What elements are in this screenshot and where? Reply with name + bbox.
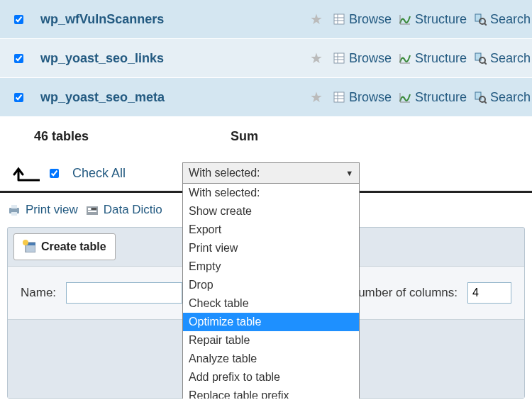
print-view-link[interactable]: Print view (26, 203, 78, 217)
data-dictionary-link[interactable]: Data Dictio (104, 203, 162, 217)
structure-icon (399, 13, 411, 26)
select-option[interactable]: Add prefix to table (183, 368, 359, 387)
new-table-icon (23, 240, 37, 254)
svg-rect-26 (92, 208, 96, 210)
browse-link[interactable]: Browse (333, 12, 392, 27)
arrow-up-icon (10, 165, 40, 182)
table-row: wp_yoast_seo_meta★BrowseStructureSearch (0, 78, 532, 117)
num-columns-label: umber of columns: (358, 286, 458, 300)
table-name-input[interactable] (66, 282, 182, 304)
svg-rect-23 (11, 212, 17, 216)
name-label: Name: (21, 286, 56, 300)
data-dictionary-icon (85, 203, 99, 217)
with-selected-options: With selected:Show createExportPrint vie… (182, 183, 360, 399)
select-option[interactable]: Check table (183, 294, 359, 313)
tables-footer-row: 46 tables Sum (0, 117, 532, 155)
table-row: wp_yoast_seo_links★BrowseStructureSearch (0, 39, 532, 78)
search-link[interactable]: Search (474, 12, 531, 27)
row-checkbox[interactable] (14, 93, 23, 102)
browse-icon (333, 13, 345, 26)
svg-line-13 (484, 62, 487, 65)
svg-rect-14 (334, 92, 344, 102)
with-selected-selectbox[interactable]: With selected: ▼ (182, 162, 360, 184)
row-checkbox[interactable] (14, 54, 23, 63)
favorite-icon[interactable]: ★ (310, 11, 323, 28)
structure-link[interactable]: Structure (399, 12, 467, 27)
search-icon (474, 13, 487, 26)
svg-line-20 (484, 101, 487, 104)
select-option[interactable]: Optimize table (183, 313, 359, 331)
svg-point-30 (23, 240, 28, 245)
structure-link[interactable]: Structure (399, 90, 467, 105)
tables-sum: Sum (231, 129, 258, 144)
select-option[interactable]: Drop (183, 276, 359, 294)
select-option[interactable]: Analyze table (183, 350, 359, 368)
select-option[interactable]: Repair table (183, 331, 359, 350)
browse-link[interactable]: Browse (333, 51, 392, 66)
structure-icon (399, 91, 411, 104)
table-name-link[interactable]: wp_yoast_seo_meta (40, 90, 165, 105)
select-option[interactable]: Replace table prefix (183, 387, 359, 399)
svg-rect-25 (88, 208, 91, 210)
favorite-icon[interactable]: ★ (310, 50, 323, 67)
browse-icon (333, 52, 345, 65)
create-table-label: Create table (41, 240, 106, 253)
table-row: wp_wfVulnScanners★BrowseStructureSearch (0, 0, 532, 39)
svg-rect-7 (334, 53, 344, 63)
search-icon (474, 91, 487, 104)
print-icon (7, 203, 21, 217)
row-checkbox[interactable] (14, 15, 23, 24)
svg-line-6 (484, 23, 487, 26)
favorite-icon[interactable]: ★ (310, 89, 323, 106)
select-option[interactable]: Export (183, 221, 359, 239)
chevron-down-icon: ▼ (345, 169, 353, 177)
num-columns-input[interactable] (467, 282, 511, 304)
checkall-bar: Check All With selected: ▼ With selected… (0, 155, 532, 193)
with-selected-current: With selected: (189, 167, 260, 179)
table-name-link[interactable]: wp_wfVulnScanners (40, 12, 164, 27)
create-table-button[interactable]: Create table (13, 233, 116, 260)
select-option[interactable]: With selected: (183, 184, 359, 202)
search-link[interactable]: Search (474, 90, 531, 105)
svg-rect-27 (88, 211, 96, 212)
tables-list: wp_wfVulnScanners★BrowseStructureSearchw… (0, 0, 532, 117)
search-link[interactable]: Search (474, 51, 531, 66)
select-option[interactable]: Print view (183, 239, 359, 257)
search-icon (474, 52, 487, 65)
checkall-checkbox[interactable] (50, 169, 59, 178)
svg-rect-0 (334, 14, 344, 24)
tables-count: 46 tables (34, 129, 89, 144)
structure-link[interactable]: Structure (399, 51, 467, 66)
checkall-link[interactable]: Check All (72, 166, 126, 181)
svg-rect-22 (11, 205, 17, 208)
select-option[interactable]: Show create (183, 202, 359, 221)
browse-link[interactable]: Browse (333, 90, 392, 105)
table-name-link[interactable]: wp_yoast_seo_links (40, 51, 164, 66)
browse-icon (333, 91, 345, 104)
structure-icon (399, 52, 411, 65)
select-option[interactable]: Empty (183, 257, 359, 276)
with-selected-dropdown[interactable]: With selected: ▼ With selected:Show crea… (182, 162, 360, 184)
